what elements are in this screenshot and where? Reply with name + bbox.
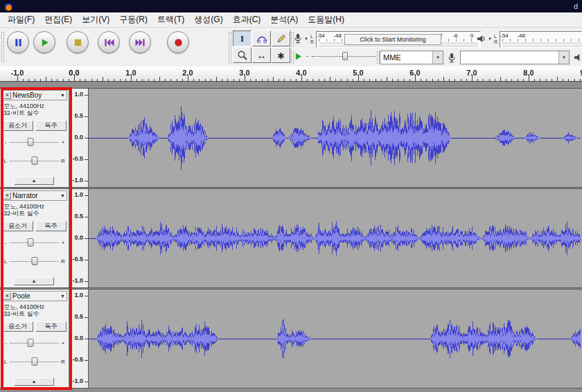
multi-tool-button[interactable]: ∗ (272, 47, 290, 63)
scale-label: 0.0 (74, 335, 83, 341)
meter-scale-label: -48 (333, 33, 342, 39)
menu-item[interactable]: 보기(V) (77, 12, 114, 28)
collapse-button[interactable]: ▲ (14, 377, 54, 386)
selection-tool-icon: I (240, 33, 244, 44)
waveform-canvas[interactable] (89, 289, 581, 388)
pause-button[interactable] (7, 31, 29, 53)
mute-button[interactable]: 음소거 (2, 321, 33, 332)
gain-slider-thumb[interactable] (27, 138, 33, 146)
gain-slider-thumb[interactable] (27, 339, 33, 347)
timeline-ruler[interactable]: -1.00.01.02.03.04.05.06.07.08.09.010 (0, 66, 582, 82)
pause-icon (13, 37, 24, 48)
track-close-button[interactable]: × (3, 292, 11, 300)
recording-meter-scale[interactable]: Click to Start Monitoring -54-48-12-60 (316, 31, 481, 48)
toolbar-gripper[interactable] (1, 32, 4, 62)
track-menu-arrow-icon[interactable]: ▼ (60, 294, 65, 299)
menu-item[interactable]: 파일(F) (3, 12, 39, 28)
scale-label: 1.0 (74, 292, 83, 299)
gain-max-label: + (60, 240, 66, 246)
pan-slider-thumb[interactable] (31, 357, 37, 366)
mute-button[interactable]: 음소거 (2, 121, 33, 131)
track-name[interactable]: Narrator (12, 192, 59, 199)
play-button[interactable] (33, 31, 55, 53)
play-at-speed-button[interactable] (294, 52, 303, 61)
menu-item[interactable]: 구동(R) (114, 12, 152, 28)
menu-item[interactable]: 도움말(H) (303, 12, 349, 28)
track-control-panel[interactable]: × Poole ▼ 모노, 44100Hz 32-비트 실수 음소거 독주 - … (0, 289, 69, 388)
menu-item[interactable]: 트랙(T) (152, 12, 189, 28)
zoom-tool-button[interactable] (233, 47, 252, 63)
scale-label: -1.0 (72, 377, 83, 384)
waveform-area[interactable] (89, 89, 582, 187)
chevron-down-icon[interactable]: ▼ (304, 37, 308, 41)
playback-meter[interactable]: ▼ L R -54-48 (477, 31, 582, 49)
track-menu-arrow-icon[interactable]: ▼ (60, 193, 65, 198)
gain-slider[interactable]: - + (3, 237, 66, 248)
recording-meter[interactable]: ▼ L R Click to Start Monitoring -54-48-1… (294, 31, 481, 49)
pan-left-label: L (3, 359, 8, 365)
pan-slider[interactable]: L R (3, 356, 66, 367)
collapse-arrow-icon: ▲ (32, 278, 37, 283)
track-name[interactable]: NewsBoy (12, 91, 59, 99)
audio-host-value: MME (380, 53, 432, 62)
timeshift-tool-button[interactable]: ↔ (252, 47, 271, 63)
slider-thumb[interactable] (342, 52, 348, 60)
gain-slider[interactable]: - + (3, 136, 66, 148)
track-close-button[interactable]: × (3, 91, 11, 99)
envelope-tool-button[interactable] (252, 30, 271, 46)
track-control-panel[interactable]: × NewsBoy ▼ 모노, 44100Hz 32-비트 실수 음소거 독주 … (0, 89, 69, 187)
recording-device-select[interactable]: ▼ (460, 51, 570, 64)
track-close-button[interactable]: × (3, 192, 11, 199)
collapse-arrow-icon: ▲ (32, 178, 37, 183)
draw-tool-button[interactable] (272, 30, 290, 46)
track-area: × NewsBoy ▼ 모노, 44100Hz 32-비트 실수 음소거 독주 … (0, 82, 582, 392)
stop-button[interactable] (67, 31, 89, 53)
record-button[interactable] (167, 31, 189, 53)
toolbar-gripper[interactable] (229, 32, 231, 64)
solo-button[interactable]: 독주 (35, 221, 67, 231)
track-menu-arrow-icon[interactable]: ▼ (60, 93, 65, 98)
monitor-button[interactable]: Click to Start Monitoring (344, 34, 441, 45)
vertical-scale-ruler[interactable]: 1.00.50.0-0.5-1.0 (69, 189, 89, 287)
track-name[interactable]: Poole (12, 292, 59, 300)
speaker-icon (574, 53, 582, 62)
mute-button[interactable]: 음소거 (2, 221, 33, 231)
selection-tool-button[interactable]: I (233, 30, 252, 46)
waveform-canvas[interactable] (89, 189, 581, 287)
timeline-label: 4.0 (296, 69, 306, 77)
skip-to-start-button[interactable] (98, 31, 120, 53)
pan-slider[interactable]: L R (3, 256, 66, 267)
vertical-scale-ruler[interactable]: 1.00.50.0-0.5-1.0 (69, 289, 89, 388)
menu-item[interactable]: 분석(A) (265, 12, 303, 28)
track-control-panel[interactable]: × Narrator ▼ 모노, 44100Hz 32-비트 실수 음소거 독주… (0, 189, 69, 287)
solo-button[interactable]: 독주 (35, 121, 67, 131)
timeline-label: 0.0 (69, 69, 79, 77)
pan-slider-thumb[interactable] (31, 257, 37, 265)
pan-left-label: L (3, 258, 8, 265)
skip-to-end-button[interactable] (129, 31, 151, 53)
microphone-icon (448, 53, 456, 63)
collapse-button[interactable]: ▲ (14, 177, 54, 185)
vertical-scale-ruler[interactable]: 1.00.50.0-0.5-1.0 (69, 89, 89, 187)
menu-item[interactable]: 생성(G) (189, 12, 227, 28)
pan-slider-thumb[interactable] (31, 157, 37, 165)
menu-item[interactable]: 편집(E) (39, 12, 77, 28)
solo-button[interactable]: 독주 (35, 321, 67, 332)
pan-slider[interactable]: L R (3, 155, 66, 166)
waveform-area[interactable] (89, 189, 582, 287)
gain-slider-thumb[interactable] (27, 238, 33, 247)
chevron-down-icon[interactable]: ▼ (488, 37, 492, 41)
audio-host-select[interactable]: MME ▼ (380, 51, 443, 64)
playback-meter-scale[interactable]: -54-48 (500, 31, 582, 48)
pan-right-label: R (60, 158, 66, 164)
play-icon (39, 37, 50, 48)
gain-slider[interactable]: - + (3, 337, 66, 348)
waveform-area[interactable] (89, 289, 582, 388)
waveform-canvas[interactable] (89, 89, 581, 187)
pan-right-label: R (60, 359, 66, 365)
meter-scale-label: -6 (452, 33, 457, 39)
menu-item[interactable]: 효과(C) (228, 12, 266, 28)
collapse-button[interactable]: ▲ (14, 277, 54, 285)
chevron-down-icon: ▼ (558, 51, 569, 64)
playback-speed-slider[interactable] (312, 51, 376, 61)
